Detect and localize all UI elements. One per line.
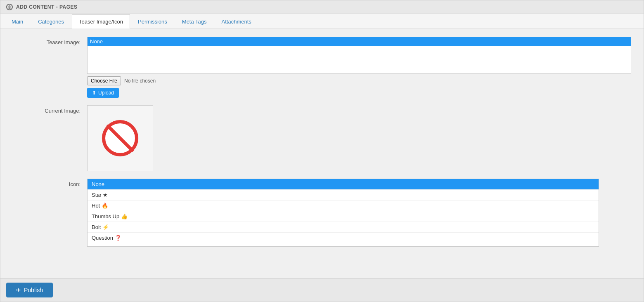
tabs-bar: Main Categories Teaser Image/Icon Permis… — [0, 14, 644, 28]
file-input-row: Choose File No file chosen — [87, 76, 631, 85]
icon-option-thumbsup[interactable]: Thumbs Up 👍 — [88, 211, 599, 222]
publish-label: Publish — [24, 287, 43, 293]
icon-field: None Star ★ Hot 🔥 Thumbs Up 👍 Bolt ⚡ Que… — [87, 179, 631, 247]
teaser-image-option-none[interactable]: None — [88, 37, 631, 46]
teaser-image-row: Teaser Image: None Choose File No file c… — [13, 37, 631, 98]
main-content: Teaser Image: None Choose File No file c… — [0, 28, 644, 278]
upload-button[interactable]: ⬆ Upload — [87, 88, 119, 98]
current-image-box — [87, 105, 153, 171]
tab-main[interactable]: Main — [5, 14, 30, 28]
upload-button-label: Upload — [98, 90, 114, 96]
icon-option-bolt[interactable]: Bolt ⚡ — [88, 222, 599, 233]
current-image-field — [87, 105, 631, 171]
publish-icon: ✈ — [16, 287, 21, 293]
no-file-label: No file chosen — [124, 78, 156, 84]
tab-meta-tags[interactable]: Meta Tags — [175, 14, 214, 28]
tab-teaser-image-icon[interactable]: Teaser Image/Icon — [72, 14, 130, 28]
upload-icon: ⬆ — [92, 90, 96, 96]
icon-listbox[interactable]: None Star ★ Hot 🔥 Thumbs Up 👍 Bolt ⚡ Que… — [87, 179, 599, 247]
tab-permissions[interactable]: Permissions — [131, 14, 174, 28]
tab-categories[interactable]: Categories — [31, 14, 71, 28]
tab-attachments[interactable]: Attachments — [215, 14, 258, 28]
current-image-label: Current Image: — [13, 105, 87, 114]
teaser-image-field: None Choose File No file chosen ⬆ Upload — [87, 37, 631, 98]
icon-option-question[interactable]: Question ❓ — [88, 233, 599, 243]
icon-label: Icon: — [13, 179, 87, 187]
current-image-row: Current Image: — [13, 105, 631, 171]
icon-option-star[interactable]: Star ★ — [88, 190, 599, 201]
no-image-icon — [99, 118, 141, 159]
footer-bar: ✈ Publish — [0, 278, 644, 302]
icon-option-none[interactable]: None — [88, 179, 599, 190]
add-content-icon: ⊕ — [6, 4, 13, 10]
teaser-image-listbox[interactable]: None — [87, 37, 631, 74]
page-title: ADD CONTENT - PAGES — [16, 4, 78, 10]
choose-file-button[interactable]: Choose File — [87, 76, 121, 85]
publish-button[interactable]: ✈ Publish — [6, 283, 53, 297]
teaser-image-label: Teaser Image: — [13, 37, 87, 45]
header-bar: ⊕ ADD CONTENT - PAGES — [0, 0, 644, 14]
icon-option-hot[interactable]: Hot 🔥 — [88, 201, 599, 211]
icon-row: Icon: None Star ★ Hot 🔥 Thumbs Up 👍 Bolt… — [13, 179, 631, 247]
